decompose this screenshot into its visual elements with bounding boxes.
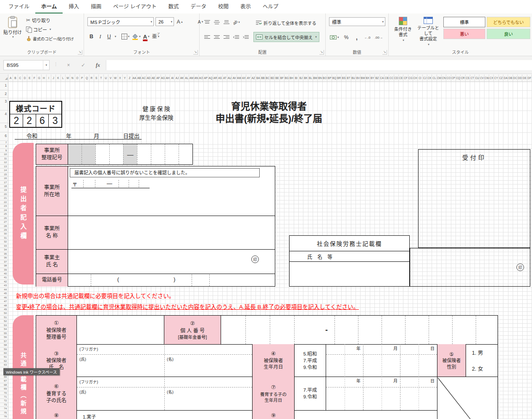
row-header[interactable]: 68 [0,383,8,387]
phonetic-button[interactable]: 亜ア▾ [151,32,161,41]
format-as-table-button[interactable]: テーブルとして 書式設定 ▾ [416,14,441,48]
row-header[interactable]: 6 [0,132,8,141]
row-header[interactable]: 51 [0,316,8,319]
column-header[interactable]: DF [527,74,532,82]
column-header[interactable]: CD [394,74,399,82]
column-header[interactable]: AH [166,74,170,82]
column-header[interactable]: CB [385,74,389,82]
font-color-button[interactable]: A▾ [142,32,150,41]
column-header[interactable]: CG [408,74,413,82]
column-header[interactable]: BZ [375,74,379,82]
column-header[interactable]: S [94,74,99,82]
currency-format-button[interactable]: ▾ [329,33,340,42]
underline-button[interactable]: U [105,32,113,41]
bold-button[interactable]: B [87,32,95,41]
row-header[interactable]: 10 [0,153,8,156]
cancel-button[interactable]: × [63,60,74,70]
format-painter-button[interactable]: 書式のコピー/貼り付け [24,34,76,43]
decrease-decimal-button[interactable]: .00→ [374,33,384,42]
row-header[interactable]: 75 [0,411,8,415]
column-header[interactable]: DD [518,74,522,82]
tab-ホーム[interactable]: ホーム [35,0,63,13]
column-header[interactable]: CT [470,74,475,82]
row-header[interactable]: 20 [0,192,8,196]
decrease-indent-button[interactable] [232,33,240,42]
underline-menu[interactable]: ▾ [115,35,116,38]
column-header[interactable]: F [32,74,37,82]
row-header[interactable]: 4 [0,111,8,123]
column-header[interactable]: R [90,74,94,82]
column-header[interactable]: BC [266,74,270,82]
row-header[interactable]: 28 [0,224,8,228]
sheet-grid[interactable]: 様式コード 2 2 6 3 健 康 保 険 厚生年金保険 育児休業等取得者 申出… [8,82,532,419]
column-header[interactable]: CS [466,74,470,82]
conditional-format-button[interactable]: 条件付き 書式 ▾ [390,14,416,48]
row-header[interactable]: 41 [0,276,8,279]
row-header[interactable]: 5 [0,123,8,132]
column-header[interactable]: BT [346,74,351,82]
row-header[interactable]: 43 [0,284,8,287]
row-header[interactable]: 53 [0,324,8,327]
column-header[interactable]: DE [522,74,527,82]
column-header[interactable]: X [118,74,123,82]
column-header[interactable]: BM [313,74,318,82]
column-header[interactable]: BP [327,74,332,82]
column-header[interactable]: BB [261,74,265,82]
align-bottom-button[interactable] [222,18,231,27]
cell-style-neutral[interactable]: どちらでもない [487,17,530,27]
paste-button[interactable]: 貼り付け ▾ [3,15,23,47]
row-header[interactable]: 61 [0,355,8,359]
row-header[interactable]: 23 [0,204,8,208]
row-header[interactable]: 50 [0,311,8,315]
column-header[interactable]: CE [399,74,403,82]
column-header[interactable]: BX [366,74,370,82]
row-header[interactable]: 39 [0,268,8,272]
font-size-select[interactable]: 26 ▾ [155,17,174,26]
column-header[interactable]: CL [432,74,437,82]
row-header[interactable]: 22 [0,200,8,204]
fill-color-button[interactable]: ▾ [131,32,142,41]
f6-name-cell[interactable]: (フリガナ) (氏) (名) [77,377,253,410]
row-header[interactable]: 31 [0,236,8,240]
clipboard-dialog-launcher[interactable]: ↘ [78,50,82,55]
tab-数式[interactable]: 数式 [162,0,184,13]
column-header[interactable]: AE [151,74,156,82]
column-header[interactable]: BV [356,74,361,82]
column-header[interactable]: CZ [499,74,503,82]
enter-button[interactable]: ✓ [78,60,89,70]
column-header[interactable]: AM [189,74,194,82]
column-header[interactable]: AL [184,74,189,82]
increase-indent-button[interactable] [242,33,250,42]
select-all-corner[interactable]: ◢ [0,74,8,82]
column-header[interactable]: DA [503,74,508,82]
column-header[interactable]: BW [361,74,365,82]
column-header[interactable]: BA [256,74,261,82]
column-header[interactable]: BR [337,74,342,82]
column-header[interactable]: M [66,74,70,82]
align-center-button[interactable] [213,33,221,42]
percent-style-button[interactable]: % [342,33,350,42]
column-header[interactable]: H [42,74,46,82]
column-header[interactable]: J [51,74,56,82]
row-header[interactable]: 46 [0,296,8,300]
formula-input[interactable] [106,60,532,70]
column-header[interactable]: AG [161,74,166,82]
insert-function-button[interactable]: fx [92,60,103,70]
column-header[interactable]: CJ [423,74,427,82]
column-header[interactable]: CM [437,74,442,82]
row-header[interactable]: 17 [0,181,8,184]
column-header[interactable]: AJ [175,74,179,82]
borders-button[interactable]: ▾ [121,32,131,41]
cell-style-good[interactable]: 良い [487,29,530,39]
f2-value-cells[interactable]: - [221,316,498,344]
column-header[interactable]: CF [403,74,408,82]
column-header[interactable]: AK [180,74,184,82]
row-header[interactable]: 21 [0,196,8,200]
row-header[interactable]: 25 [0,212,8,216]
column-header[interactable]: AQ [208,74,213,82]
column-header[interactable]: Y [123,74,127,82]
row-header[interactable]: 32 [0,240,8,244]
row-header[interactable]: 49 [0,308,8,311]
increase-font-button[interactable]: A▴ [176,17,184,26]
row-header[interactable]: 18 [0,184,8,188]
